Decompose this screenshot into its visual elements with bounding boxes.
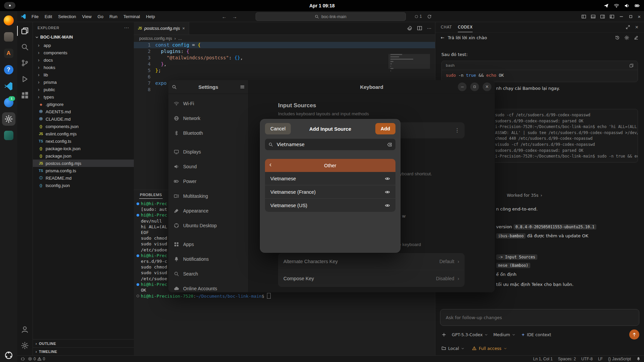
tab-problems[interactable]: PROBLEMS bbox=[139, 191, 163, 199]
titlebar-badge[interactable]: 1 bbox=[415, 11, 422, 22]
attach-plus-icon[interactable] bbox=[441, 332, 446, 337]
breadcrumb[interactable]: postcss.config.mjs › … bbox=[134, 35, 435, 42]
activity-source-control[interactable] bbox=[17, 57, 33, 69]
telegram-icon[interactable] bbox=[603, 3, 609, 8]
ide-context-toggle[interactable]: IDE context bbox=[521, 332, 551, 337]
file-README.md[interactable]: ⓘREADME.md bbox=[33, 174, 134, 182]
activity-explorer[interactable] bbox=[17, 24, 33, 37]
language-mode[interactable]: {}JavaScript bbox=[608, 357, 631, 361]
dock-show-apps[interactable] bbox=[2, 349, 15, 362]
folder-hooks[interactable]: ›hooks bbox=[33, 64, 134, 71]
folder-docs[interactable]: ›docs bbox=[33, 56, 134, 64]
scope-selector[interactable]: Local bbox=[441, 346, 465, 351]
menu-help[interactable]: Help bbox=[143, 13, 158, 20]
back-chevron-icon[interactable]: ‹ bbox=[269, 161, 272, 168]
status-item[interactable]: Ln 1, Col 1 bbox=[533, 357, 553, 361]
folder-prisma[interactable]: ›prisma bbox=[33, 78, 134, 86]
worked-duration-toggle[interactable]: Worked for 35s › bbox=[507, 193, 542, 198]
section-outline[interactable]: ›OUTLINE bbox=[33, 339, 134, 347]
thread-title[interactable]: Trả lời lời xin chào bbox=[448, 35, 487, 40]
dock-boxes[interactable] bbox=[2, 129, 15, 142]
activity-search[interactable] bbox=[17, 41, 33, 53]
menu-selection[interactable]: Selection bbox=[55, 13, 79, 20]
file-package.json[interactable]: {}package.json bbox=[33, 152, 134, 160]
file-eslint.config.mjs[interactable]: JSeslint.config.mjs bbox=[33, 130, 134, 137]
back-icon[interactable]: ← bbox=[441, 35, 444, 40]
send-button[interactable] bbox=[629, 329, 639, 340]
dock-vscode[interactable] bbox=[2, 79, 15, 93]
notifications-bell-icon[interactable] bbox=[636, 357, 641, 361]
group-header-other[interactable]: ‹ Other bbox=[265, 159, 395, 172]
more-actions-icon[interactable]: ⋯ bbox=[427, 26, 431, 31]
window-minimize-icon[interactable] bbox=[619, 14, 624, 19]
dock-settings[interactable] bbox=[2, 112, 15, 126]
dock-app-center[interactable]: A bbox=[2, 47, 15, 60]
folder-components[interactable]: ›components bbox=[33, 49, 134, 56]
folder-public[interactable]: ›public bbox=[33, 86, 134, 93]
activity-extensions[interactable] bbox=[17, 89, 33, 102]
project-root[interactable]: BOC-LINK-MAIN bbox=[33, 34, 134, 41]
input-source-option[interactable]: Vietnamese bbox=[265, 172, 395, 185]
clear-search-icon[interactable] bbox=[387, 142, 392, 147]
status-item[interactable]: UTF-8 bbox=[581, 357, 593, 361]
close-tab-icon[interactable]: × bbox=[182, 26, 185, 31]
cancel-button[interactable]: Cancel bbox=[265, 123, 291, 134]
menu-edit[interactable]: Edit bbox=[42, 13, 55, 20]
file-CLAUDE.md[interactable]: ⓂCLAUDE.md bbox=[33, 115, 134, 123]
problems-status[interactable]: 0 0 bbox=[28, 357, 45, 361]
file-package-lock.json[interactable]: {}package-lock.json bbox=[33, 145, 134, 152]
split-editor-icon[interactable] bbox=[417, 25, 422, 31]
toggle-secondary-sidebar-icon[interactable] bbox=[600, 14, 605, 19]
workspace-indicator[interactable] bbox=[4, 2, 15, 9]
nav-forward-icon[interactable]: → bbox=[232, 14, 237, 19]
eye-icon[interactable] bbox=[385, 203, 390, 208]
activity-run-debug[interactable] bbox=[17, 73, 33, 85]
battery-icon[interactable] bbox=[635, 3, 640, 8]
file-components.json[interactable]: {}components.json bbox=[33, 123, 134, 130]
model-selector[interactable]: GPT-5.3-Codex bbox=[452, 332, 488, 337]
copy-icon[interactable] bbox=[629, 63, 634, 68]
menu-terminal[interactable]: Terminal bbox=[120, 13, 143, 20]
toggle-sidebar-icon[interactable] bbox=[581, 14, 586, 19]
eye-icon[interactable] bbox=[385, 189, 390, 195]
activity-accounts[interactable] bbox=[17, 323, 33, 336]
sync-icon[interactable] bbox=[427, 11, 432, 22]
folder-app[interactable]: ›app bbox=[33, 42, 134, 49]
close-panel-icon[interactable]: × bbox=[635, 24, 639, 29]
menu-go[interactable]: Go bbox=[95, 13, 106, 20]
activity-manage[interactable] bbox=[17, 339, 33, 352]
nav-back-icon[interactable]: ← bbox=[222, 14, 227, 19]
file-.gitignore[interactable]: ◆.gitignore bbox=[33, 101, 134, 108]
menu-view[interactable]: View bbox=[79, 13, 95, 20]
customize-layout-icon[interactable] bbox=[609, 14, 614, 19]
file-postcss.config.mjs[interactable]: JSpostcss.config.mjs bbox=[33, 160, 134, 167]
file-tsconfig.json[interactable]: {}tsconfig.json bbox=[33, 182, 134, 189]
file-prisma.config.ts[interactable]: TSprisma.config.ts bbox=[33, 167, 134, 174]
dock-help[interactable]: ? bbox=[2, 63, 15, 76]
eye-icon[interactable] bbox=[385, 176, 390, 181]
window-close-icon[interactable]: × bbox=[638, 14, 641, 19]
folder-lib[interactable]: ›lib bbox=[33, 71, 134, 78]
access-selector[interactable]: Full access bbox=[472, 346, 507, 351]
menu-run[interactable]: Run bbox=[106, 13, 120, 20]
folder-types[interactable]: ›types bbox=[33, 93, 134, 101]
toggle-panel-icon[interactable] bbox=[591, 14, 596, 19]
file-AGENTS.md[interactable]: ⓂAGENTS.md bbox=[33, 108, 134, 115]
history-icon[interactable] bbox=[615, 35, 620, 40]
remote-icon[interactable] bbox=[20, 357, 25, 361]
dock-file-manager[interactable] bbox=[2, 30, 15, 44]
input-source-option[interactable]: Vietnamese (US) bbox=[265, 198, 395, 212]
effort-selector[interactable]: Medium bbox=[493, 332, 516, 337]
clock[interactable]: Apr 1 09:18 bbox=[309, 0, 334, 11]
wifi-icon[interactable] bbox=[614, 3, 619, 8]
input-source-search[interactable] bbox=[265, 139, 395, 150]
status-item[interactable]: Spaces: 2 bbox=[558, 357, 576, 361]
volume-icon[interactable] bbox=[624, 3, 630, 8]
file-next.config.ts[interactable]: TSnext.config.ts bbox=[33, 137, 134, 145]
status-item[interactable]: LF bbox=[598, 357, 603, 361]
command-center-search[interactable]: boc-link-main bbox=[256, 12, 406, 21]
section-timeline[interactable]: ›TIMELINE bbox=[33, 347, 134, 355]
explorer-more-icon[interactable]: ⋯ bbox=[124, 25, 129, 31]
dock-messenger[interactable]: 1 bbox=[2, 96, 15, 109]
tab-postcss-config[interactable]: JS postcss.config.mjs × bbox=[134, 22, 189, 35]
